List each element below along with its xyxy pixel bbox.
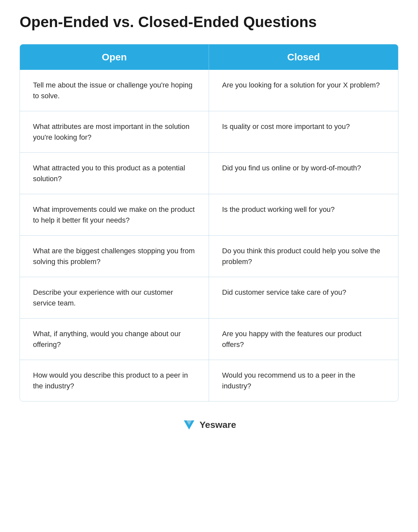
- table-row: Tell me about the issue or challenge you…: [20, 70, 398, 111]
- yesware-logo: Yesware: [182, 418, 236, 432]
- closed-cell-4: Do you think this product could help you…: [209, 236, 398, 277]
- table-row: What attributes are most important in th…: [20, 111, 398, 153]
- closed-cell-6: Are you happy with the features our prod…: [209, 319, 398, 360]
- table-row: What are the biggest challenges stopping…: [20, 236, 398, 277]
- closed-cell-7: Would you recommend us to a peer in the …: [209, 360, 398, 401]
- open-cell-6: What, if anything, would you change abou…: [20, 319, 209, 360]
- table-header: Open Closed: [20, 44, 398, 70]
- open-cell-0: Tell me about the issue or challenge you…: [20, 70, 209, 111]
- open-cell-4: What are the biggest challenges stopping…: [20, 236, 209, 277]
- table-body: Tell me about the issue or challenge you…: [20, 70, 398, 401]
- open-cell-5: Describe your experience with our custom…: [20, 277, 209, 318]
- open-cell-2: What attracted you to this product as a …: [20, 153, 209, 194]
- table-row: Describe your experience with our custom…: [20, 277, 398, 319]
- table-row: How would you describe this product to a…: [20, 360, 398, 401]
- closed-header: Closed: [209, 44, 398, 70]
- closed-cell-0: Are you looking for a solution for your …: [209, 70, 398, 111]
- yesware-icon: [182, 418, 196, 432]
- open-cell-1: What attributes are most important in th…: [20, 111, 209, 152]
- open-header: Open: [20, 44, 209, 70]
- closed-cell-3: Is the product working well for you?: [209, 194, 398, 235]
- open-cell-3: What improvements could we make on the p…: [20, 194, 209, 235]
- closed-cell-2: Did you find us online or by word-of-mou…: [209, 153, 398, 194]
- closed-cell-1: Is quality or cost more important to you…: [209, 111, 398, 152]
- brand-name: Yesware: [200, 420, 236, 430]
- page-container: Open-Ended vs. Closed-Ended Questions Op…: [20, 13, 398, 432]
- table-row: What improvements could we make on the p…: [20, 194, 398, 236]
- closed-cell-5: Did customer service take care of you?: [209, 277, 398, 318]
- page-title: Open-Ended vs. Closed-Ended Questions: [20, 13, 398, 31]
- comparison-table: Open Closed Tell me about the issue or c…: [20, 44, 398, 401]
- footer: Yesware: [182, 418, 236, 432]
- table-row: What, if anything, would you change abou…: [20, 319, 398, 360]
- open-cell-7: How would you describe this product to a…: [20, 360, 209, 401]
- table-row: What attracted you to this product as a …: [20, 153, 398, 194]
